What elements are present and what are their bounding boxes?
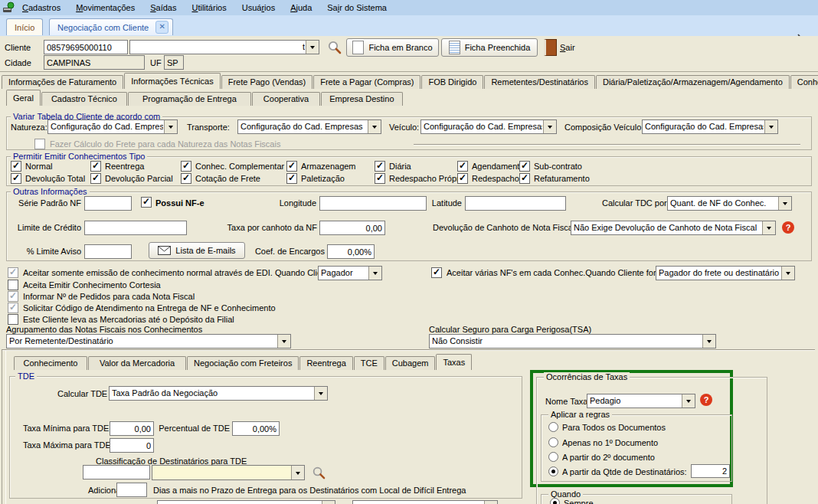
menu-item-utilitarios[interactable]: Utilitários	[184, 0, 234, 15]
deposito-filial-checkbox[interactable]	[8, 314, 18, 325]
devolucao-canhoto-select[interactable]: Não Exige Devolução de Canhoto de Nota F…	[571, 221, 776, 235]
help-icon[interactable]: ?	[700, 394, 712, 406]
varias-nf-checkbox[interactable]	[431, 267, 442, 278]
radio-apenas-1o-documento[interactable]	[548, 437, 558, 447]
radio-sempre[interactable]	[550, 498, 560, 504]
tab-conhecimento-internacional[interactable]: Conhecimento Inter	[790, 75, 818, 89]
tab-cadastro-tecnico[interactable]: Cadastro Técnico	[41, 92, 127, 106]
composicao-veiculo-select[interactable]: Configuração do Cad. Empresas	[642, 119, 778, 134]
tab-informacoes-de-faturamento[interactable]: Informações de Faturamento	[2, 75, 123, 89]
nome-taxa-select[interactable]: Pedagio	[587, 394, 695, 408]
coef-encargos-field[interactable]	[327, 244, 375, 259]
chevron-down-icon[interactable]	[277, 335, 290, 348]
cotacao-de-frete-checkbox[interactable]	[181, 173, 191, 184]
veiculo-select[interactable]: Configuração do Cad. Empresas	[420, 119, 557, 134]
menu-item-movimentacoes[interactable]: Movimentações	[68, 0, 142, 15]
paletizacao-checkbox[interactable]	[286, 173, 297, 184]
reentrega-checkbox[interactable]	[90, 161, 101, 172]
tab-inicio[interactable]: Início	[6, 18, 43, 35]
radio-todos-documentos[interactable]	[548, 422, 558, 432]
chevron-down-icon[interactable]	[778, 197, 791, 210]
edi-cliente-select[interactable]: Pagador	[318, 266, 382, 280]
devolucao-parcial-checkbox[interactable]	[90, 173, 101, 184]
tab-taxas[interactable]: Taxas	[436, 354, 472, 370]
tab-frete-pago-vendas[interactable]: Frete Pago (Vendas)	[221, 75, 313, 89]
tab-negociacao-com-freteiros[interactable]: Negociação com Freteiros	[187, 356, 299, 370]
sub-contrato-checkbox[interactable]	[519, 161, 530, 172]
cliente-name-select[interactable]: t	[129, 40, 319, 54]
tab-cubagem[interactable]: Cubagem	[385, 356, 436, 370]
classificacao-destinatarios-select[interactable]	[152, 465, 305, 480]
close-icon[interactable]: ✕	[155, 21, 169, 34]
redespacho-proprio-checkbox[interactable]	[375, 173, 385, 184]
refaturamento-checkbox[interactable]	[519, 173, 530, 184]
limite-de-credito-field[interactable]	[84, 221, 187, 235]
chevron-down-icon[interactable]	[314, 387, 327, 400]
agendamento-checkbox[interactable]	[457, 161, 468, 172]
taxa-maxima-tde-field[interactable]	[110, 438, 154, 453]
tab-valor-da-mercadoria[interactable]: Valor da Mercadoria	[88, 356, 186, 370]
menu-item-saidas[interactable]: Saídas	[142, 0, 184, 15]
calcular-tdc-select[interactable]: Quant. de NF do Conhec.	[667, 196, 792, 211]
taxa-canhoto-field[interactable]	[319, 221, 385, 235]
seguro-carga-perigosa-select[interactable]: Não Consistir	[429, 334, 716, 349]
tab-informacoes-tecnicas[interactable]: Informações Técnicas	[124, 73, 220, 89]
serie-padrao-nf-field[interactable]	[84, 196, 132, 211]
classificacao-codigo-field[interactable]	[83, 465, 150, 479]
tab-tce[interactable]: TCE	[354, 356, 384, 370]
tab-reentrega[interactable]: Reentrega	[299, 356, 352, 370]
qtde-destinatarios-field[interactable]	[691, 464, 730, 478]
chevron-down-icon[interactable]	[762, 221, 775, 234]
chevron-down-icon[interactable]	[702, 335, 715, 348]
chevron-down-icon[interactable]	[764, 120, 777, 133]
varias-nf-cliente-select[interactable]: Pagador do frete ou destinatário	[656, 266, 795, 280]
diaria-checkbox[interactable]	[375, 161, 385, 172]
tab-programacao-de-entrega[interactable]: Programação de Entrega	[128, 92, 251, 106]
radio-a-partir-2o-documento[interactable]	[548, 452, 558, 462]
armazenagem-checkbox[interactable]	[286, 161, 297, 172]
chevron-down-icon[interactable]	[368, 120, 381, 133]
natureza-select[interactable]: Configuração do Cad. Empresas	[47, 119, 178, 134]
menu-item-cadastros[interactable]: Cadastros	[15, 0, 68, 15]
cliente-code-field[interactable]	[44, 40, 128, 54]
tab-fob-dirigido[interactable]: FOB Dirigido	[421, 75, 483, 89]
chevron-down-icon[interactable]	[781, 267, 794, 280]
possui-nfe-checkbox[interactable]	[141, 197, 152, 208]
search-icon[interactable]	[312, 466, 326, 479]
chevron-down-icon[interactable]	[543, 120, 556, 133]
normal-checkbox[interactable]	[11, 161, 21, 172]
ficha-em-branco-button[interactable]: Ficha em Branco	[346, 38, 439, 57]
tab-geral[interactable]: Geral	[6, 90, 41, 106]
limite-aviso-field[interactable]	[84, 244, 132, 259]
chevron-down-icon[interactable]	[291, 466, 304, 479]
sair-button[interactable]: Sair	[560, 43, 575, 53]
percentual-tde-field[interactable]	[232, 421, 280, 436]
tab-remetentes-destinatarios[interactable]: Remetentes/Destinatários	[484, 75, 595, 89]
tab-cooperativa[interactable]: Cooperativa	[252, 92, 320, 106]
agrupamento-select[interactable]: Por Remetente/Destinatário	[6, 334, 291, 349]
help-icon[interactable]: ?	[782, 221, 794, 234]
tab-frete-a-pagar-compras[interactable]: Frete a Pagar (Compras)	[313, 75, 420, 89]
taxa-minima-tde-field[interactable]	[110, 421, 154, 436]
chevron-down-icon[interactable]	[484, 501, 497, 504]
tab-negociacao-com-cliente[interactable]: Negociação com Cliente ✕	[49, 18, 173, 35]
tab-diaria-paletizacao-armazenagem-agendamento[interactable]: Diária/Paletização/Armazenagem/Agendamen…	[596, 75, 790, 89]
chevron-down-icon[interactable]	[368, 267, 381, 280]
chevron-down-icon[interactable]	[164, 120, 177, 133]
menu-item-usuarios[interactable]: Usuários	[234, 0, 283, 15]
chevron-down-icon[interactable]	[306, 41, 319, 54]
cortesia-checkbox[interactable]	[8, 280, 18, 290]
menu-item-ajuda[interactable]: Ajuda	[283, 0, 319, 15]
bottom-clipped-select-left[interactable]	[157, 500, 335, 504]
latitude-field[interactable]	[465, 196, 566, 211]
tab-empresa-destino[interactable]: Empresa Destino	[321, 92, 402, 106]
menu-item-sair-do-sistema[interactable]: Sair do Sistema	[319, 0, 394, 15]
longitude-field[interactable]	[319, 196, 427, 211]
tab-conhecimento[interactable]: Conhecimento	[14, 356, 87, 370]
search-icon[interactable]	[327, 40, 342, 54]
bottom-clipped-select-right[interactable]	[352, 500, 498, 504]
conhec-complementar-checkbox[interactable]	[181, 161, 191, 172]
lista-de-emails-button[interactable]: Lista de E-mails	[149, 242, 245, 259]
chevron-down-icon[interactable]	[322, 501, 335, 504]
transporte-select[interactable]: Configuração do Cad. Empresas	[237, 119, 381, 134]
